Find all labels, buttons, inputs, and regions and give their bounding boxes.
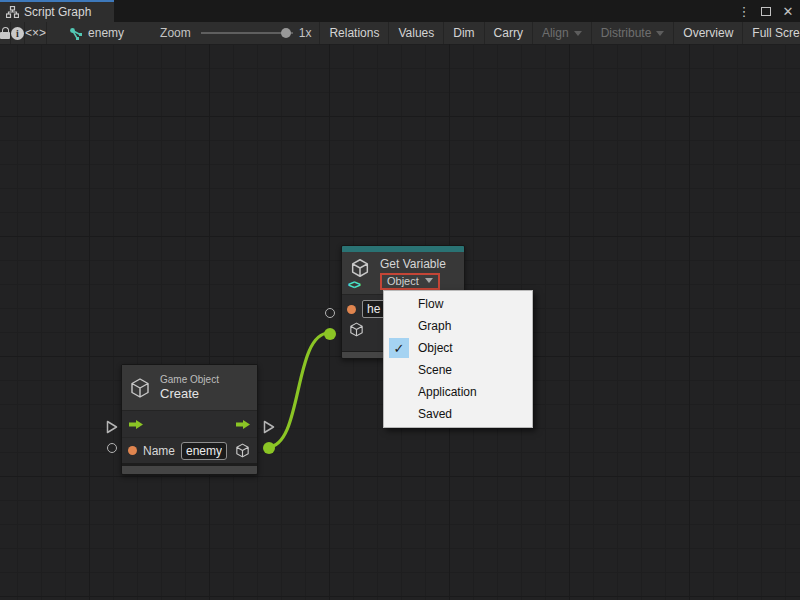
lock-button[interactable] — [0, 22, 11, 44]
align-dropdown-button[interactable]: Align — [533, 22, 592, 44]
dim-button[interactable]: Dim — [444, 22, 484, 44]
zoom-control: Zoom 1x — [160, 26, 311, 40]
chevron-down-icon — [656, 31, 664, 36]
graph-toolbar: i <×> enemy Zoom 1x — [0, 22, 800, 44]
zoom-label: Zoom — [160, 26, 191, 40]
object-input-port-connected[interactable] — [324, 328, 336, 340]
lock-icon — [0, 27, 10, 39]
relations-button[interactable]: Relations — [320, 22, 389, 44]
name-value-input[interactable] — [181, 442, 227, 460]
flow-input-port-triangle[interactable] — [106, 420, 118, 434]
name-outer-port[interactable] — [107, 443, 117, 453]
carry-button[interactable]: Carry — [485, 22, 533, 44]
overview-button[interactable]: Overview — [674, 22, 743, 44]
flow-input-arrow-icon[interactable] — [128, 419, 144, 430]
variable-kind-dropdown[interactable]: Object — [380, 273, 440, 290]
variable-icon: <> — [348, 257, 374, 289]
connection-wire — [268, 333, 329, 447]
node-title: Create — [160, 386, 219, 401]
cube-icon — [128, 376, 152, 400]
menu-item-scene[interactable]: Scene — [384, 359, 532, 381]
tab-label: Script Graph — [24, 5, 91, 19]
chevron-down-icon — [574, 31, 582, 36]
script-graph-window: Script Graph ⋮ ✕ i <×> — [0, 0, 800, 600]
chevron-down-icon — [425, 278, 433, 283]
create-node-footer — [122, 465, 257, 474]
flow-output-port-triangle[interactable] — [263, 420, 275, 434]
tab-script-graph[interactable]: Script Graph — [0, 0, 114, 22]
values-button[interactable]: Values — [389, 22, 444, 44]
toolbar-middle: enemy Zoom 1x — [47, 22, 320, 44]
menu-item-object[interactable]: ✓ Object — [384, 337, 532, 359]
graph-node-icon — [69, 27, 83, 40]
gameobject-output-port-connected[interactable] — [263, 442, 275, 454]
window-restore-button[interactable] — [758, 3, 774, 19]
node-subtitle: Game Object — [160, 374, 219, 385]
graph-canvas[interactable]: Game Object Create Name — [0, 44, 800, 600]
create-node-header: Game Object Create — [122, 365, 257, 410]
node-game-object-create[interactable]: Game Object Create Name — [121, 364, 258, 475]
name-port-row: Name — [122, 437, 257, 463]
node-title: Get Variable — [380, 257, 446, 271]
full-screen-button[interactable]: Full Screen — [743, 22, 800, 44]
zoom-slider-handle[interactable] — [281, 28, 291, 38]
variable-kind-menu: Flow Graph ✓ Object Scene Application Sa… — [383, 290, 533, 428]
flow-output-arrow-icon[interactable] — [235, 419, 251, 430]
graph-breadcrumb[interactable]: enemy — [69, 26, 124, 40]
tab-accent-line — [0, 0, 114, 2]
gameobject-output-port-cube-icon[interactable] — [234, 442, 251, 459]
variable-name-port[interactable] — [347, 305, 356, 314]
title-bar: Script Graph ⋮ ✕ — [0, 0, 800, 22]
menu-item-saved[interactable]: Saved — [384, 403, 532, 425]
name-input-port[interactable] — [128, 446, 137, 455]
zoom-value: 1x — [299, 26, 312, 40]
restore-icon — [761, 7, 771, 16]
zoom-slider[interactable] — [201, 32, 293, 34]
distribute-dropdown-button[interactable]: Distribute — [592, 22, 675, 44]
create-node-body: Name — [122, 410, 257, 463]
variable-name-outer-port[interactable] — [325, 308, 335, 318]
window-close-button[interactable]: ✕ — [780, 3, 796, 19]
window-controls: ⋮ ✕ — [736, 0, 796, 22]
menu-item-flow[interactable]: Flow — [384, 293, 532, 315]
graph-hierarchy-icon — [6, 6, 19, 18]
breadcrumb-graph-name: enemy — [88, 26, 124, 40]
object-input-port-cube-icon[interactable] — [348, 321, 365, 338]
info-icon: i — [11, 27, 24, 40]
check-icon: ✓ — [389, 338, 409, 358]
menu-item-graph[interactable]: Graph — [384, 315, 532, 337]
variables-toggle-button[interactable]: <×> — [25, 22, 47, 44]
cube-icon — [348, 257, 372, 279]
name-port-label: Name — [143, 444, 175, 458]
code-icon: <×> — [25, 26, 46, 40]
window-menu-button[interactable]: ⋮ — [736, 3, 752, 19]
flow-port-row — [122, 411, 257, 437]
getvar-node-header: <> Get Variable Object — [342, 252, 464, 294]
menu-item-application[interactable]: Application — [384, 381, 532, 403]
angle-brackets-icon: <> — [348, 279, 360, 291]
variable-kind-value: Object — [387, 275, 419, 287]
inspect-button[interactable]: i — [11, 22, 25, 44]
